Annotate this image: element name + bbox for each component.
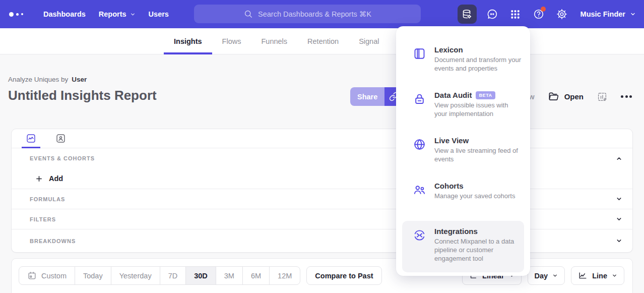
menu-item-description: View possible issues with your implement… <box>434 101 522 118</box>
tab-flows[interactable]: Flows <box>212 28 251 54</box>
menu-item-title: Live View <box>434 136 469 145</box>
nav-dashboards-label: Dashboards <box>43 10 86 18</box>
search-placeholder: Search Dashboards & Reports ⌘K <box>258 10 371 18</box>
tab-insights[interactable]: Insights <box>164 28 212 54</box>
menu-item-description: Document and transform your events and p… <box>434 55 522 73</box>
chevron-down-icon <box>130 12 136 17</box>
tab-label: Funnels <box>261 37 287 45</box>
project-switcher[interactable]: Music Finder <box>581 10 636 18</box>
section-events-cohorts[interactable]: EVENTS & COHORTS <box>12 148 632 168</box>
section-breakdowns[interactable]: BREAKDOWNS <box>12 229 632 252</box>
menu-item-title: Integrations <box>434 227 478 236</box>
analyze-breadcrumb: Analyze Uniques byUser <box>8 76 87 83</box>
share-button-group: Share <box>350 87 403 106</box>
calendar-icon <box>27 271 37 280</box>
folder-icon <box>548 91 559 102</box>
tab-label: Insights <box>174 37 202 45</box>
page-title[interactable]: Untitled Insights Report <box>8 88 157 103</box>
menu-item-cohorts[interactable]: Cohorts Manage your saved cohorts <box>396 175 530 218</box>
chevron-up-icon[interactable] <box>616 155 622 162</box>
chart-tab-icon <box>26 133 36 144</box>
top-nav: Dashboards Reports Users Search Dashboar… <box>0 0 644 28</box>
chevron-down-icon[interactable] <box>616 196 622 202</box>
tab-funnels[interactable]: Funnels <box>251 28 297 54</box>
range-6m[interactable]: 6M <box>242 267 269 284</box>
apps-grid-button[interactable] <box>508 5 523 24</box>
range-7d[interactable]: 7D <box>160 267 186 284</box>
menu-item-data-audit[interactable]: Data Audit BETA View possible issues wit… <box>396 85 530 127</box>
data-management-button[interactable] <box>458 5 477 24</box>
interval-label: Day <box>535 272 548 280</box>
mixpanel-logo-icon[interactable] <box>9 12 30 17</box>
help-button[interactable] <box>531 5 546 24</box>
compare-to-past-button[interactable]: Compare to Past <box>306 266 381 285</box>
data-audit-icon <box>412 92 426 106</box>
range-custom[interactable]: Custom <box>19 267 75 284</box>
tab-label: Signal <box>359 37 379 45</box>
chevron-down-icon <box>552 273 558 278</box>
lexicon-icon <box>412 46 426 61</box>
interval-dropdown[interactable]: Day <box>528 266 565 285</box>
section-label: BREAKDOWNS <box>30 238 76 244</box>
range-yesterday[interactable]: Yesterday <box>111 267 160 284</box>
more-options-button[interactable] <box>621 95 632 98</box>
menu-item-title: Cohorts <box>434 182 464 190</box>
range-label: 30D <box>194 272 208 280</box>
profile-tab-icon <box>55 133 66 144</box>
menu-item-live-view[interactable]: Live View View a live streaming feed of … <box>396 130 530 172</box>
tab-user-profiles[interactable] <box>51 129 70 148</box>
settings-icon <box>556 8 568 20</box>
nav-reports[interactable]: Reports <box>99 10 136 18</box>
nav-reports-label: Reports <box>99 10 126 18</box>
notification-badge <box>541 7 546 12</box>
date-range-group: Custom Today Yesterday 7D 30D 3M 6M 12M <box>19 266 300 285</box>
analyze-entity[interactable]: User <box>72 76 87 83</box>
open-button[interactable]: Open <box>548 91 584 102</box>
section-label: FORMULAS <box>30 196 65 202</box>
data-management-icon <box>461 9 473 20</box>
plus-icon <box>35 175 43 183</box>
messages-button[interactable] <box>485 5 500 24</box>
nav-users-label: Users <box>149 10 169 18</box>
chevron-down-icon[interactable] <box>616 216 622 222</box>
open-label: Open <box>564 92 584 101</box>
nav-users[interactable]: Users <box>149 10 169 18</box>
chart-toolbar-card: Custom Today Yesterday 7D 30D 3M 6M 12M … <box>11 258 633 293</box>
menu-item-title: Data Audit <box>434 91 472 99</box>
analyze-prefix: Analyze Uniques by <box>8 76 68 83</box>
search-input[interactable]: Search Dashboards & Reports ⌘K <box>194 5 421 23</box>
messages-icon <box>486 8 498 20</box>
builder-icon-tabs <box>12 129 632 148</box>
menu-item-lexicon[interactable]: Lexicon Document and transform your even… <box>396 39 530 82</box>
section-filters[interactable]: FILTERS <box>12 209 632 229</box>
range-label: Custom <box>41 272 67 280</box>
range-label: 7D <box>168 272 178 280</box>
settings-button[interactable] <box>554 5 569 24</box>
app-window: Dashboards Reports Users Search Dashboar… <box>0 0 644 293</box>
search-icon <box>243 9 253 19</box>
range-3m[interactable]: 3M <box>216 267 242 284</box>
menu-item-integrations[interactable]: Integrations Connect Mixpanel to a data … <box>402 221 524 272</box>
chart-type-dropdown[interactable]: Line <box>571 266 624 285</box>
range-today[interactable]: Today <box>75 267 111 284</box>
range-12m[interactable]: 12M <box>269 267 300 284</box>
range-label: Today <box>83 272 103 280</box>
live-view-globe-icon <box>412 137 426 151</box>
chevron-down-icon[interactable] <box>616 238 622 244</box>
line-chart-icon <box>578 271 588 280</box>
share-button[interactable]: Share <box>350 87 384 106</box>
tab-events-metrics[interactable] <box>22 129 40 148</box>
tab-signal[interactable]: Signal <box>349 28 389 54</box>
range-label: 6M <box>251 272 261 280</box>
query-builder-card: EVENTS & COHORTS Add FORMULAS FILTERS BR <box>11 129 633 253</box>
data-management-dropdown: Lexicon Document and transform your even… <box>396 26 530 276</box>
tab-retention[interactable]: Retention <box>297 28 349 54</box>
nav-dashboards[interactable]: Dashboards <box>43 10 86 18</box>
add-button[interactable]: Add <box>49 174 63 183</box>
menu-item-title: Lexicon <box>434 45 463 54</box>
chevron-down-icon <box>630 11 636 17</box>
add-to-board-button[interactable] <box>597 91 608 102</box>
range-30d[interactable]: 30D <box>185 267 216 284</box>
section-formulas[interactable]: FORMULAS <box>12 189 632 209</box>
share-label: Share <box>357 93 377 101</box>
